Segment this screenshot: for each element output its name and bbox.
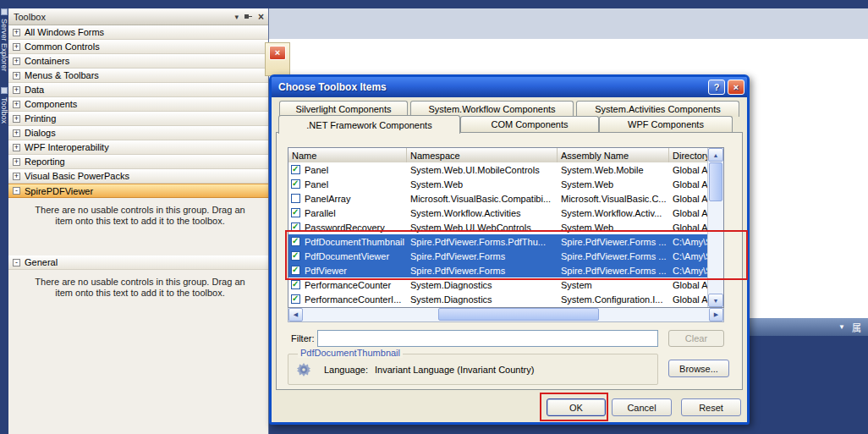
expander-icon[interactable]: - (13, 187, 20, 195)
toolbox-titlebar[interactable]: Toolbox ▾ × (8, 8, 268, 25)
autohide-panel-tab[interactable]: Toolbox (0, 87, 8, 124)
scrollbar-track[interactable] (303, 308, 709, 321)
close-button[interactable]: × (728, 80, 744, 95)
cell-assembly: System.Web.Mobile (558, 165, 669, 175)
scroll-left-icon[interactable]: ◀ (288, 308, 303, 321)
cancel-button[interactable]: Cancel (612, 398, 672, 416)
toolbox-group-header[interactable]: - General (8, 255, 268, 270)
row-checkbox[interactable] (291, 237, 300, 246)
table-row[interactable]: PasswordRecovery System.Web.UI.WebContro… (288, 220, 707, 234)
help-button[interactable]: ? (708, 80, 725, 95)
filter-label: Filter: (291, 333, 317, 343)
toolbox-group-header[interactable]: + All Windows Forms (8, 25, 268, 40)
column-header-label: Assembly Name (561, 151, 629, 161)
close-icon[interactable]: × (258, 13, 264, 21)
table-row[interactable]: PdfDocumentViewer Spire.PdfViewer.Forms … (288, 249, 707, 263)
column-header[interactable]: Namespace (407, 148, 558, 162)
toolbox-group-label: Containers (25, 56, 69, 66)
reset-button[interactable]: Reset (681, 398, 741, 416)
dialog-titlebar[interactable]: Choose Toolbox Items ? × (272, 77, 747, 97)
scrollbar-track[interactable] (708, 202, 723, 294)
expander-icon[interactable]: + (13, 86, 20, 94)
cell-name: Panel (288, 179, 407, 190)
toolbox-group-header[interactable]: + Common Controls (8, 40, 268, 54)
row-checkbox[interactable] (291, 222, 300, 232)
autohide-panel-tab[interactable]: Server Explorer (0, 8, 8, 72)
row-checkbox[interactable] (291, 294, 300, 304)
toolbox-group-header[interactable]: + Data (8, 83, 268, 97)
component-directory: C:\Amy\S... (673, 266, 707, 276)
expander-icon[interactable]: + (13, 43, 20, 51)
browse-button[interactable]: Browse... (668, 360, 729, 377)
scroll-right-icon[interactable]: ▶ (709, 308, 723, 321)
column-header[interactable]: Name (288, 148, 407, 162)
toolbox-group-header[interactable]: + Containers (8, 54, 268, 69)
table-row[interactable]: Parallel System.Workflow.Activities Syst… (288, 206, 707, 220)
component-namespace: System.Workflow.Activities (410, 208, 521, 218)
column-header[interactable]: Directory (669, 148, 707, 162)
toolbox-group-header[interactable]: + Components (8, 97, 268, 112)
scroll-up-icon[interactable]: ▲ (708, 148, 723, 162)
table-row[interactable]: Panel System.Web.UI.MobileControls Syste… (288, 162, 707, 177)
row-checkbox[interactable] (291, 251, 300, 261)
expander-icon[interactable]: + (13, 29, 20, 36)
expander-icon[interactable]: + (13, 173, 20, 180)
chevron-down-icon[interactable]: ▼ (838, 323, 845, 331)
component-namespace: System.Diagnostics (410, 294, 492, 305)
table-row[interactable]: PdfDocumentThumbnail Spire.PdfViewer.For… (288, 234, 707, 249)
row-checkbox[interactable] (291, 266, 300, 275)
row-checkbox[interactable] (291, 179, 300, 189)
autohide-tab-label: Server Explorer (0, 19, 8, 72)
toolbox-group-header[interactable]: + Visual Basic PowerPacks (8, 169, 268, 184)
cell-assembly: System.Web (558, 222, 669, 233)
component-assembly: System.Workflow.Activ... (561, 208, 662, 218)
filter-input[interactable] (317, 330, 658, 347)
expander-icon[interactable]: + (13, 72, 20, 80)
scroll-down-icon[interactable]: ▼ (708, 294, 723, 307)
expander-icon[interactable]: + (13, 101, 20, 108)
row-checkbox[interactable] (291, 165, 300, 174)
vertical-scrollbar[interactable]: ▲ ▼ (707, 148, 723, 307)
toolbox-empty-hint: There are no usable controls in this gro… (8, 198, 268, 227)
toolbox-group-header[interactable]: + Menus & Toolbars (8, 69, 268, 83)
toolbox-group-header[interactable]: + Printing (8, 112, 268, 126)
scrollbar-thumb[interactable] (438, 308, 599, 321)
row-checkbox[interactable] (291, 280, 300, 289)
pin-icon[interactable] (244, 13, 252, 20)
toolbox-group-header[interactable]: - SpirePDFViewer (8, 184, 268, 198)
cell-directory: Global Ass... (669, 194, 707, 204)
row-checkbox[interactable] (291, 208, 300, 217)
table-row[interactable]: Panel System.Web System.Web Global Ass..… (288, 177, 707, 191)
toolbox-group-header[interactable]: + WPF Interoperability (8, 140, 268, 155)
component-assembly: Spire.PdfViewer.Forms ... (561, 251, 667, 261)
table-row[interactable]: PdfViewer Spire.PdfViewer.Forms Spire.Pd… (288, 263, 707, 277)
expander-icon[interactable]: + (13, 115, 20, 123)
horizontal-scrollbar[interactable]: ◀ ▶ (288, 308, 724, 322)
table-row[interactable]: PerformanceCounter System.Diagnostics Sy… (288, 277, 707, 292)
ok-button[interactable]: OK (547, 398, 606, 416)
toolbox-group-header[interactable]: + Dialogs (8, 126, 268, 140)
table-row[interactable]: PanelArray Microsoft.VisualBasic.Compati… (288, 191, 707, 206)
language-value: Invariant Language (Invariant Country) (375, 365, 534, 375)
cell-name: Panel (288, 165, 407, 175)
close-icon[interactable]: × (269, 46, 286, 60)
row-checkbox[interactable] (291, 194, 300, 203)
toolbox-group-label: WPF Interoperability (25, 142, 109, 152)
expander-icon[interactable]: + (13, 129, 20, 137)
toolbox-group-header[interactable]: + Reporting (8, 155, 268, 169)
tab[interactable]: COM Components (460, 116, 599, 132)
window-menu-icon[interactable]: ▾ (234, 13, 239, 21)
scrollbar-thumb[interactable] (709, 162, 722, 201)
table-row[interactable]: PerformanceCounterI... System.Diagnostic… (288, 292, 707, 306)
component-namespace: System.Diagnostics (410, 280, 492, 290)
tab[interactable]: WPF Components (599, 116, 733, 132)
check-icon (292, 280, 299, 289)
expander-icon[interactable]: + (13, 158, 20, 166)
expander-icon[interactable]: + (13, 58, 20, 65)
expander-icon[interactable]: + (13, 144, 20, 151)
tab-label: .NET Framework Components (306, 120, 431, 130)
column-header[interactable]: Assembly Name (558, 148, 669, 162)
tab[interactable]: .NET Framework Components (278, 115, 460, 134)
expander-icon[interactable]: - (13, 259, 20, 266)
component-directory: Global Ass... (673, 280, 707, 290)
